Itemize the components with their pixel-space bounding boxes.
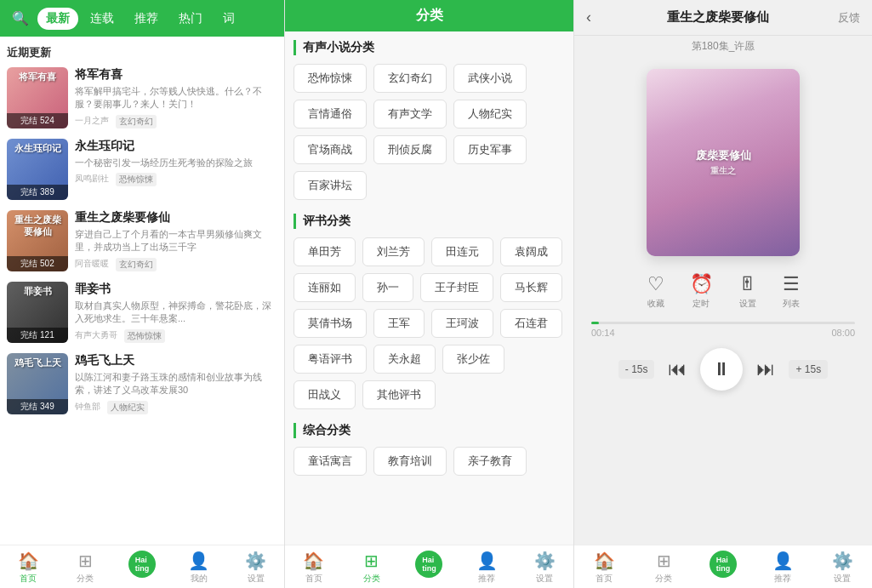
mid-home-icon: 🏠 xyxy=(303,551,324,571)
right-category-icon: ⊞ xyxy=(657,551,671,571)
mid-nav-logo[interactable]: Haiting xyxy=(401,545,459,588)
mid-nav-settings-label: 设置 xyxy=(536,573,553,585)
playback-row: - 15s ⏮ ⏸ ⏭ + 15s xyxy=(618,348,828,391)
cat-liulanfang[interactable]: 刘兰芳 xyxy=(362,237,425,266)
mid-nav-category[interactable]: ⊞ 分类 xyxy=(343,545,401,588)
cat-wangjun[interactable]: 王军 xyxy=(373,309,425,338)
left-nav-settings[interactable]: ⚙️ 设置 xyxy=(227,545,284,588)
mid-content: 有声小说分类 恐怖惊悚 玄幻奇幻 武侠小说 言情通俗 有声文学 人物纪实 官场商… xyxy=(285,31,573,545)
book-info-3: 重生之废柴要修仙 穿进自己上了个月看的一本古早男频修仙爽文里，并成功当上了出场三… xyxy=(75,210,277,271)
cat-zhangshaozu[interactable]: 张少佐 xyxy=(442,345,504,374)
book-title-1: 将军有喜 xyxy=(75,67,277,83)
right-nav-settings-label: 设置 xyxy=(834,573,851,585)
cat-dantienfang[interactable]: 单田芳 xyxy=(294,237,356,266)
timer-button[interactable]: ⏰ 定时 xyxy=(690,273,713,310)
left-nav-mine[interactable]: 👤 我的 xyxy=(170,545,227,588)
cat-yue[interactable]: 粤语评书 xyxy=(294,345,367,374)
mid-header: 分类 xyxy=(285,0,573,31)
right-nav-recommend[interactable]: 👤 推荐 xyxy=(753,545,812,588)
cat-wangpinbo[interactable]: 王珂波 xyxy=(431,309,493,338)
playlist-button[interactable]: ☰ 列表 xyxy=(783,273,800,310)
tab-serial[interactable]: 连载 xyxy=(82,8,123,30)
mid-recommend-icon: 👤 xyxy=(476,551,498,571)
right-nav-logo[interactable]: Haiting xyxy=(693,545,753,588)
player-controls-row: ♡ 收藏 ⏰ 定时 🎚 设置 ☰ 列表 xyxy=(591,273,855,310)
left-nav-category[interactable]: ⊞ 分类 xyxy=(57,545,114,588)
list-item[interactable]: 罪妾书 完结 121 罪妾书 取材自真实人物原型，神探搏命，警花卧底，深入死地求… xyxy=(7,282,277,343)
skip-forward-button[interactable]: + 15s xyxy=(789,360,828,379)
cat-guanyongchao[interactable]: 关永超 xyxy=(373,345,436,374)
right-settings-icon: ⚙️ xyxy=(832,551,853,571)
tag-4: 恐怖惊悚 xyxy=(124,329,165,343)
book-cover-3: 重生之废柴要修仙 完结 502 xyxy=(7,210,68,271)
next-button[interactable]: ⏭ xyxy=(756,358,775,380)
cat-fairy[interactable]: 童话寓言 xyxy=(294,447,367,476)
cat-history[interactable]: 历史军事 xyxy=(453,135,527,164)
tab-latest[interactable]: 最新 xyxy=(37,8,78,30)
progress-bar-bg[interactable] xyxy=(591,322,855,324)
left-nav-logo[interactable]: Haiting xyxy=(114,545,171,588)
cat-horror[interactable]: 恐怖惊悚 xyxy=(294,64,367,93)
play-pause-button[interactable]: ⏸ xyxy=(700,348,743,391)
cat-wangzifengchen[interactable]: 王子封臣 xyxy=(420,273,493,302)
cat-wuxia[interactable]: 武侠小说 xyxy=(453,64,527,93)
tab-recommend[interactable]: 推荐 xyxy=(126,8,167,30)
cat-parenting[interactable]: 亲子教育 xyxy=(453,447,527,476)
right-panel: ‹ 重生之废柴要修仙 反馈 第180集_许愿 废柴要修仙重生之 ♡ 收藏 ⏰ 定… xyxy=(574,0,872,588)
cat-baijia[interactable]: 百家讲坛 xyxy=(294,171,367,200)
cover-text-3: 重生之废柴要修仙 xyxy=(7,210,68,242)
book-info-5: 鸡毛飞上天 以陈江河和妻子路玉珠的感情和创业故事为线索，讲述了义乌改革发展30 … xyxy=(75,353,277,414)
book-cover-4: 罪妾书 完结 121 xyxy=(7,282,68,343)
settings-label: 设置 xyxy=(739,298,756,310)
right-nav-home[interactable]: 🏠 首页 xyxy=(574,545,634,588)
settings-button[interactable]: 🎚 设置 xyxy=(738,273,757,310)
cover-badge-1: 完结 524 xyxy=(7,113,68,128)
list-item[interactable]: 重生之废柴要修仙 完结 502 重生之废柴要修仙 穿进自己上了个月看的一本古早男… xyxy=(7,210,277,271)
tab-hot[interactable]: 热门 xyxy=(170,8,211,30)
left-nav-home[interactable]: 🏠 首页 xyxy=(0,545,57,588)
audio-novel-section: 有声小说分类 恐怖惊悚 玄幻奇幻 武侠小说 言情通俗 有声文学 人物纪实 官场商… xyxy=(294,40,565,200)
list-item[interactable]: 永生珏印记 完结 389 永生珏印记 一个秘密引发一场经历生死考验的探险之旅 凤… xyxy=(7,139,277,200)
current-time: 00:14 xyxy=(591,328,615,338)
right-nav-settings[interactable]: ⚙️ 设置 xyxy=(812,545,872,588)
skip-back-button[interactable]: - 15s xyxy=(618,360,655,379)
cat-tianzhainyi[interactable]: 田战义 xyxy=(294,380,356,409)
cat-detective[interactable]: 刑侦反腐 xyxy=(373,135,447,164)
mid-nav-recommend[interactable]: 👤 推荐 xyxy=(458,545,516,588)
cat-otherpingshu[interactable]: 其他评书 xyxy=(362,380,436,409)
cat-yuankuocheng[interactable]: 袁阔成 xyxy=(500,237,562,266)
cat-romance[interactable]: 言情通俗 xyxy=(294,100,367,128)
cat-official[interactable]: 官场商战 xyxy=(294,135,367,164)
tab-word[interactable]: 词 xyxy=(214,8,243,30)
book-meta-3: 阿音暖暖 玄幻奇幻 xyxy=(75,258,277,271)
cat-fantasy[interactable]: 玄幻奇幻 xyxy=(373,64,447,93)
book-desc-2: 一个秘密引发一场经历生死考验的探险之旅 xyxy=(75,157,277,169)
list-item[interactable]: 鸡毛飞上天 完结 349 鸡毛飞上天 以陈江河和妻子路玉珠的感情和创业故事为线索… xyxy=(7,353,277,414)
cat-education[interactable]: 教育培训 xyxy=(373,447,447,476)
cat-biography[interactable]: 人物纪实 xyxy=(453,100,527,128)
cat-literature[interactable]: 有声文学 xyxy=(373,100,447,128)
mid-nav-settings[interactable]: ⚙️ 设置 xyxy=(516,545,573,588)
narrator-3: 阿音暖暖 xyxy=(75,258,109,271)
back-button[interactable]: ‹ xyxy=(586,9,591,26)
prev-button[interactable]: ⏮ xyxy=(668,358,687,380)
feedback-button[interactable]: 反馈 xyxy=(838,10,860,26)
pingshu-grid: 单田芳 刘兰芳 田连元 袁阔成 连丽如 孙一 王子封臣 马长辉 莫倩书场 王军 … xyxy=(294,237,565,409)
cat-lianliru[interactable]: 连丽如 xyxy=(294,273,356,302)
audio-novel-grid: 恐怖惊悚 玄幻奇幻 武侠小说 言情通俗 有声文学 人物纪实 官场商战 刑侦反腐 … xyxy=(294,64,565,200)
cat-shilianjun[interactable]: 石连君 xyxy=(500,309,562,338)
cat-sunyi[interactable]: 孙一 xyxy=(362,273,413,302)
favorite-button[interactable]: ♡ 收藏 xyxy=(647,273,664,310)
mid-nav-home-label: 首页 xyxy=(305,573,322,585)
search-icon[interactable]: 🔍 xyxy=(7,7,34,30)
right-nav-category[interactable]: ⊞ 分类 xyxy=(634,545,693,588)
recent-updates-title: 近期更新 xyxy=(7,45,277,60)
cat-tianlianfang[interactable]: 田连元 xyxy=(431,237,493,266)
left-tabs: 🔍 最新 连载 推荐 热门 词 xyxy=(0,7,284,37)
mid-nav-home[interactable]: 🏠 首页 xyxy=(285,545,343,588)
right-title: 重生之废柴要修仙 xyxy=(598,9,838,26)
list-item[interactable]: 将军有喜 完结 524 将军有喜 将军解甲搞宅斗，尔等贱人快快逃。什么？不服？要… xyxy=(7,67,277,128)
book-title-5: 鸡毛飞上天 xyxy=(75,353,277,368)
cat-machanghui[interactable]: 马长辉 xyxy=(500,273,562,302)
cat-moqian[interactable]: 莫倩书场 xyxy=(294,309,367,338)
